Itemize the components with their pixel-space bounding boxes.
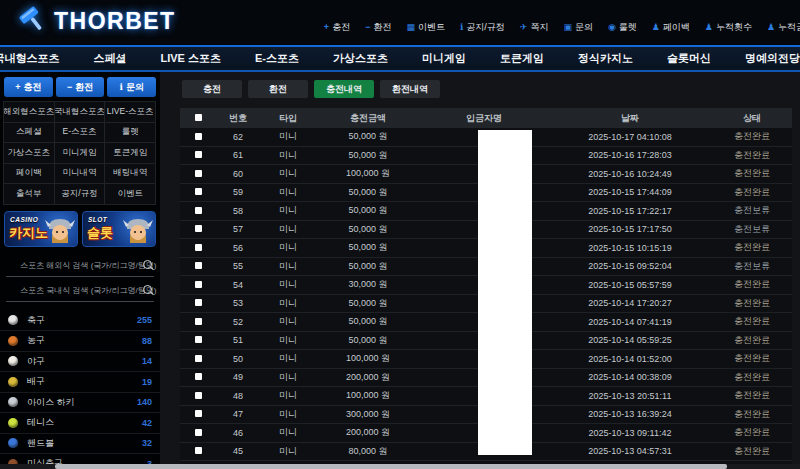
cell-status: 충전완료	[712, 352, 792, 365]
search-input-domestic[interactable]: 스포츠 국내식 검색 (국가/리그명/팀명)	[6, 280, 154, 302]
row-checkbox[interactable]	[195, 151, 202, 158]
select-all-checkbox[interactable]	[195, 114, 202, 121]
horizontal-scrollbar-thumb[interactable]	[55, 464, 727, 469]
page: THORBET +충전−환전▦이벤트ℹ공지/규정✈쪽지▣문의◉룰렛♟페이백♟누적…	[0, 0, 800, 469]
sidebar-menu-e-sports[interactable]: E-스포츠	[54, 122, 106, 144]
sport-row-volleyball[interactable]: 배구19	[0, 372, 160, 393]
horizontal-scrollbar[interactable]	[0, 464, 800, 469]
cell-type: 미니	[260, 408, 316, 421]
row-checkbox[interactable]	[195, 244, 202, 251]
banner-slot[interactable]: SLOT슬롯	[82, 211, 156, 247]
banner-casino[interactable]: CASINO카지노	[4, 211, 78, 247]
nav-item-domestic-sports[interactable]: 국내형스포츠	[0, 51, 59, 66]
nav-item-e-sports[interactable]: E-스포츠	[255, 51, 299, 66]
sidebar-menu-event[interactable]: 이벤트	[104, 183, 156, 205]
nav-item-slot-machine[interactable]: 슬롯머신	[667, 51, 711, 66]
sport-count-soccer: 255	[137, 315, 152, 325]
row-checkbox[interactable]	[195, 429, 202, 436]
sidebar-menu-mini-history[interactable]: 미니내역	[54, 163, 106, 185]
top-menu-event[interactable]: ▦이벤트	[406, 21, 445, 34]
nav-item-virtual-sports[interactable]: 가상스포츠	[333, 51, 388, 66]
sidebar-menu-attendance[interactable]: 출석부	[3, 183, 55, 205]
top-menu-inquiry[interactable]: ▣문의	[563, 21, 593, 34]
cell-type: 미니	[260, 334, 316, 347]
top-menu-cumulative-amount[interactable]: ♟누적금액	[767, 21, 800, 34]
nav-item-mini-game[interactable]: 미니게임	[422, 51, 466, 66]
brand-logo[interactable]: THORBET	[16, 6, 176, 36]
sport-row-soccer[interactable]: 축구255	[0, 311, 160, 332]
cell-status: 충전완료	[712, 149, 792, 162]
cell-amount: 50,000 원	[316, 149, 420, 162]
sport-row-ice-hockey[interactable]: 아이스 하키140	[0, 393, 160, 414]
row-checkbox[interactable]	[195, 373, 202, 380]
top-menu-withdraw-label: 환전	[373, 21, 391, 34]
sidebar-menu-payback[interactable]: 페이백	[3, 163, 55, 185]
sidebar-menu-domestic-sports[interactable]: 국내형스포츠	[54, 101, 106, 123]
row-checkbox[interactable]	[195, 225, 202, 232]
sidebar-menu-virtual-sports[interactable]: 가상스포츠	[3, 142, 55, 164]
info-icon: ℹ	[460, 23, 463, 32]
sport-row-baseball[interactable]: 야구14	[0, 352, 160, 373]
thor-character-icon	[123, 215, 153, 247]
sidebar-menu-token-game[interactable]: 토큰게임	[104, 142, 156, 164]
top-menu-deposit[interactable]: +충전	[324, 21, 350, 34]
sidebar-menu-roulette[interactable]: 룰렛	[104, 122, 156, 144]
column-header: 입금자명	[420, 112, 548, 125]
top-menu-notice-rules[interactable]: ℹ공지/규정	[460, 21, 505, 34]
nav-item-special[interactable]: 스페셜	[93, 51, 126, 66]
person-icon: ♟	[705, 23, 713, 32]
sidebar-menu-special[interactable]: 스페셜	[3, 122, 55, 144]
top-menu-payback[interactable]: ♟페이백	[652, 21, 690, 34]
row-checkbox-cell	[180, 446, 216, 456]
tab-withdraw[interactable]: 환전	[248, 80, 308, 98]
cell-number: 62	[216, 132, 260, 142]
quick-button-inquiry[interactable]: ℹ문의	[107, 77, 156, 97]
quick-button-withdraw[interactable]: −환전	[56, 77, 105, 97]
info-icon: ℹ	[119, 83, 122, 92]
row-checkbox[interactable]	[195, 392, 202, 399]
quick-button-withdraw-label: 환전	[75, 81, 93, 94]
search-input-overseas[interactable]: 스포츠 해외식 검색 (국가/리그명/팀명)	[6, 255, 154, 277]
sidebar-menu-grid: 해외형스포츠국내형스포츠LIVE-스포츠스페셜E-스포츠룰렛가상스포츠미니게임토…	[4, 102, 156, 205]
sidebar-menu-notice-rules[interactable]: 공지/규정	[54, 183, 106, 205]
top-menu-message[interactable]: ✈쪽지	[520, 21, 549, 34]
tab-withdraw-history[interactable]: 환전내역	[380, 80, 440, 98]
sidebar-menu-mini-game[interactable]: 미니게임	[54, 142, 106, 164]
cell-date: 2025-10-15 05:57:59	[548, 280, 712, 290]
ice-hockey-icon	[8, 397, 18, 407]
header-checkbox-cell	[180, 113, 216, 123]
search-icon[interactable]	[143, 260, 152, 269]
top-menu-roulette[interactable]: ◉룰렛	[608, 21, 637, 34]
top-menu-withdraw[interactable]: −환전	[365, 21, 391, 34]
sidebar-menu-overseas-sports[interactable]: 해외형스포츠	[3, 101, 55, 123]
nav-item-live-sports[interactable]: LIVE 스포츠	[160, 51, 221, 66]
tab-deposit[interactable]: 충전	[182, 80, 242, 98]
sport-row-handball[interactable]: 핸드볼32	[0, 434, 160, 455]
row-checkbox[interactable]	[195, 207, 202, 214]
row-checkbox[interactable]	[195, 133, 202, 140]
row-checkbox[interactable]	[195, 188, 202, 195]
row-checkbox[interactable]	[195, 299, 202, 306]
nav-item-live-casino[interactable]: 정식카지노	[578, 51, 633, 66]
volleyball-icon	[8, 377, 18, 387]
row-checkbox[interactable]	[195, 170, 202, 177]
row-checkbox[interactable]	[195, 281, 202, 288]
sidebar-menu-betting-history[interactable]: 배팅내역	[104, 163, 156, 185]
sidebar-menu-live-sports[interactable]: LIVE-스포츠	[104, 101, 156, 123]
row-checkbox[interactable]	[195, 355, 202, 362]
row-checkbox[interactable]	[195, 318, 202, 325]
top-menu-cumulative-count[interactable]: ♟누적횟수	[705, 21, 752, 34]
row-checkbox[interactable]	[195, 262, 202, 269]
sport-row-tennis[interactable]: 테니스42	[0, 413, 160, 434]
nav-item-hall-of-fame[interactable]: 명예의전당	[745, 51, 800, 66]
row-checkbox[interactable]	[195, 447, 202, 454]
quick-button-deposit[interactable]: +충전	[4, 77, 53, 97]
sport-row-basketball[interactable]: 농구88	[0, 331, 160, 352]
nav-item-token-game[interactable]: 토큰게임	[500, 51, 544, 66]
sport-label-baseball: 야구	[27, 355, 142, 368]
search-icon[interactable]	[143, 285, 152, 294]
row-checkbox[interactable]	[195, 336, 202, 343]
row-checkbox[interactable]	[195, 410, 202, 417]
tab-deposit-history[interactable]: 충전내역	[314, 80, 374, 98]
basketball-icon	[8, 336, 18, 346]
